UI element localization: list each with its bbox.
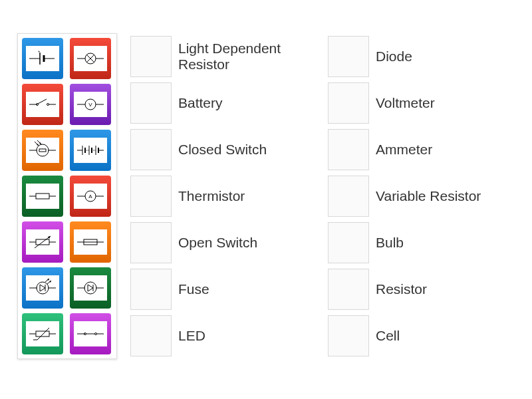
answer-variable-res: Variable Resistor [328, 173, 525, 219]
answer-label: Fuse [178, 281, 209, 297]
tile-variable-res[interactable] [22, 221, 63, 263]
tile-voltmeter[interactable]: V [70, 84, 111, 125]
cell-symbol-icon: + [26, 46, 59, 71]
resistor-symbol-icon [26, 184, 59, 209]
ldr-symbol-icon [26, 138, 59, 163]
answer-label: Battery [178, 95, 223, 111]
svg-rect-68 [36, 331, 49, 336]
answer-label: Resistor [376, 281, 427, 297]
dropzone-bulb[interactable] [328, 222, 369, 263]
closed-switch-symbol-icon [74, 321, 107, 346]
svg-rect-21 [39, 149, 46, 152]
tile-bulb[interactable] [70, 38, 111, 79]
variable-resistor-symbol-icon [26, 229, 59, 255]
answer-diode: Diode [328, 33, 525, 80]
dropzone-ammeter[interactable] [328, 129, 369, 170]
dropzone-led[interactable] [130, 315, 172, 356]
answer-label: Light Dependent Resistor [178, 41, 311, 72]
dropzone-diode[interactable] [328, 36, 369, 77]
tile-led[interactable] [22, 267, 63, 309]
tile-resistor[interactable] [22, 176, 63, 217]
tile-thermistor[interactable] [22, 313, 63, 354]
fuse-symbol-icon [74, 229, 107, 255]
answer-label: Thermistor [178, 188, 245, 204]
answer-label: Ammeter [376, 142, 432, 158]
symbol-palette: +VA [17, 33, 117, 359]
tile-closed-switch[interactable] [70, 313, 111, 354]
svg-line-12 [38, 99, 47, 104]
answer-open-switch: Open Switch [130, 219, 328, 266]
answer-ldr: Light Dependent Resistor [130, 33, 328, 80]
answer-closed-switch: Closed Switch [130, 126, 328, 173]
answer-label: Closed Switch [178, 142, 267, 158]
tile-battery[interactable] [70, 130, 111, 171]
answer-bulb: Bulb [328, 219, 525, 266]
battery-symbol-icon [74, 138, 107, 163]
answer-label: Variable Resistor [376, 188, 481, 204]
voltmeter-symbol-icon: V [74, 92, 107, 117]
svg-point-63 [84, 282, 96, 294]
svg-line-71 [37, 328, 49, 340]
dropzone-fuse[interactable] [130, 269, 172, 310]
tile-fuse[interactable] [70, 221, 111, 263]
tile-ammeter[interactable]: A [70, 176, 111, 217]
svg-point-54 [37, 282, 49, 294]
answer-battery: Battery [130, 80, 328, 126]
svg-text:+: + [38, 49, 41, 53]
svg-line-47 [35, 236, 51, 248]
tile-cell[interactable]: + [22, 38, 63, 79]
open-switch-symbol-icon [26, 92, 59, 117]
answer-label: LED [178, 328, 205, 344]
svg-rect-38 [36, 194, 49, 199]
tile-ldr[interactable] [22, 130, 63, 171]
dropzone-open-switch[interactable] [130, 222, 172, 263]
led-symbol-icon [26, 275, 59, 301]
answer-grid: Light Dependent ResistorDiodeBatteryVolt… [130, 33, 532, 359]
svg-text:V: V [88, 102, 92, 108]
answer-cell: Cell [328, 313, 525, 359]
answer-fuse: Fuse [130, 266, 328, 313]
ammeter-symbol-icon: A [74, 184, 107, 209]
answer-resistor: Resistor [328, 266, 525, 313]
dropzone-cell[interactable] [328, 315, 369, 356]
answer-label: Voltmeter [376, 95, 435, 111]
bulb-symbol-icon [74, 46, 107, 71]
tile-open-switch[interactable] [22, 84, 63, 125]
dropzone-voltmeter[interactable] [328, 82, 369, 124]
answer-label: Open Switch [178, 235, 257, 251]
answer-voltmeter: Voltmeter [328, 80, 525, 126]
diode-symbol-icon [74, 275, 107, 301]
svg-point-20 [37, 144, 49, 156]
dropzone-resistor[interactable] [328, 269, 369, 310]
answer-led: LED [130, 313, 328, 359]
thermistor-symbol-icon [26, 321, 59, 346]
answer-label: Bulb [376, 235, 404, 251]
answer-thermistor: Thermistor [130, 173, 328, 219]
answer-ammeter: Ammeter [328, 126, 525, 173]
svg-text:A: A [88, 194, 92, 200]
svg-marker-64 [88, 285, 93, 291]
answer-label: Diode [376, 49, 412, 65]
dropzone-ldr[interactable] [130, 36, 172, 77]
answer-label: Cell [376, 328, 400, 344]
dropzone-thermistor[interactable] [130, 176, 172, 217]
dropzone-variable-res[interactable] [328, 176, 369, 217]
svg-marker-55 [40, 285, 45, 291]
dropzone-closed-switch[interactable] [130, 129, 172, 170]
tile-diode[interactable] [70, 267, 111, 309]
dropzone-battery[interactable] [130, 82, 172, 124]
